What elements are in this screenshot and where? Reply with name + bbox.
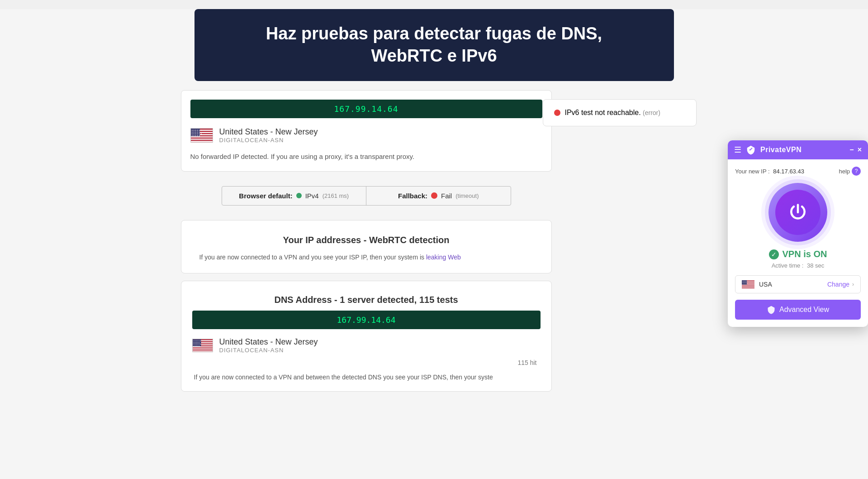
change-link[interactable]: Change	[827, 281, 849, 288]
power-inner[interactable]	[775, 190, 821, 235]
fallback-label: Fallback:	[398, 192, 427, 200]
svg-rect-6	[191, 141, 213, 142]
page-wrapper: Haz pruebas para detectar fugas de DNS, …	[0, 9, 868, 479]
ipv6-status-dot	[554, 110, 560, 116]
help-label: help	[839, 168, 850, 175]
close-button[interactable]: ×	[858, 146, 862, 154]
ipv6-text: IPv6 test not reachable.	[565, 109, 641, 116]
no-forward-text: No forwarded IP detected. If you are usi…	[190, 147, 542, 162]
dns-ip-value: 167.99.14.64	[337, 315, 395, 325]
dns-ip-bar: 167.99.14.64	[192, 311, 541, 329]
svg-text:★★★★★: ★★★★★	[193, 345, 199, 347]
advanced-shield-icon	[767, 305, 776, 314]
svg-rect-29	[742, 286, 754, 286]
status-bar-container: Browser default: IPv4 (2161 ms) Fallback…	[222, 186, 511, 206]
vpn-ip-row: Your new IP : 84.17.63.43 help ?	[735, 167, 861, 176]
dns-location-name: United States - New Jersey	[219, 337, 318, 347]
dns-card: DNS Address - 1 server detected, 115 tes…	[181, 281, 552, 392]
dns-location-text: United States - New Jersey DIGITALOCEAN-…	[219, 337, 318, 354]
ip-card: 167.99.14.64	[181, 90, 552, 172]
active-time-value: 38 sec	[807, 262, 824, 269]
svg-text:★★★★★: ★★★★★	[191, 135, 200, 137]
webrtc-title: Your IP addresses - WebRTC detection	[192, 228, 541, 249]
header-banner: Haz pruebas para detectar fugas de DNS, …	[194, 9, 674, 81]
ip-location-text: United States - New Jersey DIGITALOCEAN-…	[219, 127, 318, 144]
vpn-help-area: help ?	[839, 167, 861, 176]
webrtc-leak-link[interactable]: leaking Web	[426, 254, 461, 261]
minimize-button[interactable]: −	[849, 146, 854, 154]
vpn-header-left: ☰ PrivateVPN	[734, 145, 802, 155]
location-name: United States - New Jersey	[219, 127, 318, 137]
active-time-label: Active time :	[772, 262, 804, 269]
change-row: Change ›	[827, 281, 854, 288]
header-title-line1: Haz pruebas para detectar fugas de DNS,	[266, 24, 602, 43]
vpn-active-time: Active time : 38 sec	[735, 262, 861, 269]
ipv6-card: IPv6 test not reachable. (error)	[543, 99, 697, 126]
location-asn: DIGITALOCEAN-ASN	[219, 137, 318, 144]
content-area: Haz pruebas para detectar fugas de DNS, …	[181, 9, 688, 392]
location-selector-left: ★★★★★★ ★★★★★ ★★★★★★ USA	[742, 280, 772, 288]
browser-default-status: Browser default: IPv4 (2161 ms)	[222, 187, 367, 205]
webrtc-desc-start: If you are now connected to a VPN and yo…	[199, 254, 426, 261]
vpn-body: Your new IP : 84.17.63.43 help ?	[728, 159, 868, 327]
vpn-header-right: − ×	[849, 146, 862, 154]
ip-address-bar: 167.99.14.64	[190, 100, 542, 118]
dns-location-row: ★★★★★★ ★★★★★ ★★★★★★ ★★★★★ United States …	[192, 334, 541, 357]
header-title: Haz pruebas para detectar fugas de DNS, …	[222, 23, 647, 67]
advanced-view-button[interactable]: Advanced View	[735, 300, 861, 320]
location-selector[interactable]: ★★★★★★ ★★★★★ ★★★★★★ USA Change ›	[735, 275, 861, 293]
vpn-brand-name: PrivateVPN	[760, 146, 802, 154]
browser-time: (2161 ms)	[323, 192, 349, 199]
power-icon	[788, 202, 808, 222]
ip-location-row: ★★★★★★ ★★★★★ ★★★★★★ ★★★★★ United States …	[190, 124, 542, 147]
vpn-ip-label-text: Your new IP : 84.17.63.43	[735, 168, 804, 175]
dns-footer-text: If you are now connected to a VPN and be…	[192, 368, 541, 384]
power-ring[interactable]	[768, 183, 827, 242]
dns-asn: DIGITALOCEAN-ASN	[219, 347, 318, 354]
hamburger-menu-icon[interactable]: ☰	[734, 145, 741, 155]
webrtc-card: Your IP addresses - WebRTC detection If …	[181, 220, 552, 273]
vpn-popup: ☰ PrivateVPN − × Your new IP : 84.17.63.…	[728, 140, 868, 327]
svg-rect-28	[742, 285, 754, 285]
webrtc-status-bar: Browser default: IPv4 (2161 ms) Fallback…	[181, 179, 552, 213]
dns-flag-icon: ★★★★★★ ★★★★★ ★★★★★★ ★★★★★	[192, 339, 213, 352]
vpn-ip-label: Your new IP :	[735, 168, 770, 175]
dns-hit-count: 115 hit	[192, 357, 541, 368]
browser-protocol: IPv4	[305, 192, 319, 200]
fallback-time: (timeout)	[455, 192, 479, 199]
dns-title: DNS Address - 1 server detected, 115 tes…	[192, 288, 541, 311]
ipv6-status-text: IPv6 test not reachable. (error)	[565, 109, 660, 117]
svg-rect-30	[742, 287, 754, 287]
ipv6-error-label: (error)	[643, 109, 660, 116]
webrtc-desc: If you are now connected to a VPN and yo…	[192, 249, 541, 266]
browser-label: Browser default:	[239, 192, 292, 200]
selected-country-name: USA	[759, 281, 772, 288]
fallback-status: Fallback: Fail (timeout)	[366, 187, 511, 205]
shield-icon	[746, 145, 756, 155]
svg-rect-5	[191, 139, 213, 139]
vpn-status-text: VPN is ON	[783, 249, 827, 259]
fallback-value: Fail	[441, 192, 452, 200]
chevron-right-icon: ›	[852, 281, 854, 287]
svg-rect-17	[193, 348, 213, 349]
advanced-button-label: Advanced View	[779, 306, 829, 314]
svg-rect-18	[193, 350, 213, 351]
header-title-line2: WebRTC e IPv6	[371, 46, 497, 65]
vpn-header: ☰ PrivateVPN − ×	[728, 140, 868, 159]
help-button[interactable]: ?	[852, 167, 861, 176]
ip-address-value: 167.99.14.64	[334, 104, 398, 114]
vpn-ip-value: 84.17.63.43	[773, 168, 804, 175]
browser-green-dot	[296, 193, 302, 198]
vpn-status-row: ✓ VPN is ON	[735, 249, 861, 259]
us-flag-icon: ★★★★★★ ★★★★★ ★★★★★★ ★★★★★	[190, 128, 213, 143]
fallback-red-dot	[431, 192, 437, 199]
vpn-on-icon: ✓	[769, 249, 779, 259]
selected-country-flag: ★★★★★★ ★★★★★ ★★★★★★	[742, 280, 754, 288]
